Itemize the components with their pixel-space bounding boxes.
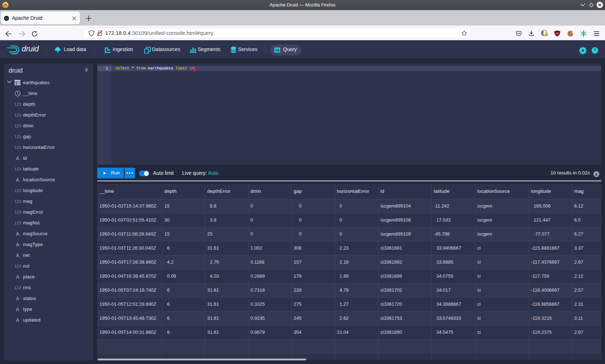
svg-text:?: ?	[593, 48, 596, 53]
svg-text:uO: uO	[556, 32, 559, 35]
